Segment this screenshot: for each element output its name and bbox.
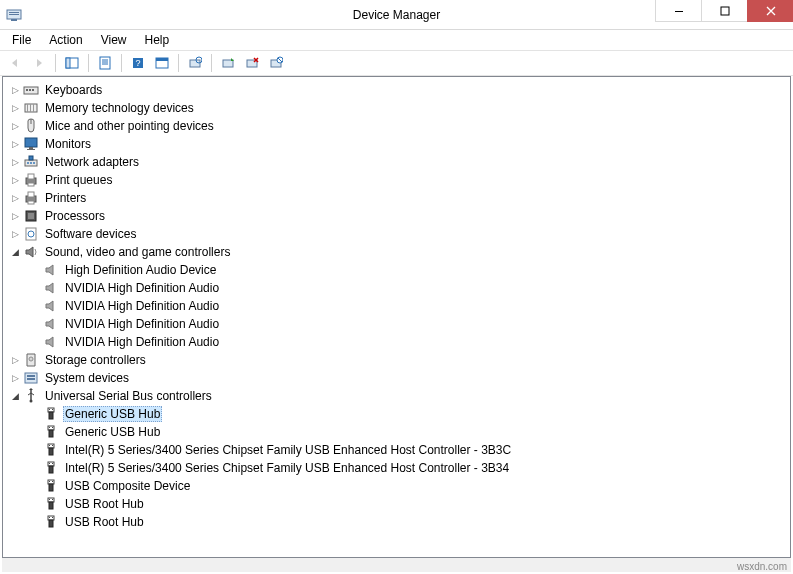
menu-view[interactable]: View xyxy=(93,31,135,49)
tree-category[interactable]: ▷Keyboards xyxy=(9,81,790,99)
svg-rect-28 xyxy=(27,104,28,112)
system-icon xyxy=(23,370,39,386)
usb-plug-icon xyxy=(43,424,59,440)
uninstall-button[interactable] xyxy=(241,52,263,74)
tree-category[interactable]: ◢Sound, video and game controllers xyxy=(9,243,790,261)
help-button[interactable]: ? xyxy=(127,52,149,74)
expand-icon[interactable]: ▷ xyxy=(9,120,21,132)
show-hide-tree-button[interactable] xyxy=(61,52,83,74)
expand-icon[interactable]: ▷ xyxy=(9,84,21,96)
svg-rect-57 xyxy=(49,409,50,410)
expand-icon[interactable]: ▷ xyxy=(9,138,21,150)
toolbar-separator xyxy=(178,54,179,72)
tree-item[interactable]: NVIDIA High Definition Audio xyxy=(29,315,790,333)
expand-icon[interactable]: ▷ xyxy=(9,174,21,186)
svg-rect-44 xyxy=(28,201,34,204)
tree-category[interactable]: ▷Storage controllers xyxy=(9,351,790,369)
tree-item-label: NVIDIA High Definition Audio xyxy=(63,316,221,332)
svg-rect-16 xyxy=(190,60,200,67)
maximize-button[interactable] xyxy=(701,0,747,22)
tree-item[interactable]: Intel(R) 5 Series/3400 Series Chipset Fa… xyxy=(29,459,790,477)
speaker-icon xyxy=(43,262,59,278)
expand-icon[interactable]: ▷ xyxy=(9,102,21,114)
tree-item-label: Generic USB Hub xyxy=(63,406,162,422)
update-driver-button[interactable] xyxy=(217,52,239,74)
svg-rect-71 xyxy=(48,480,54,484)
tree-category[interactable]: ▷System devices xyxy=(9,369,790,387)
forward-button[interactable] xyxy=(28,52,50,74)
close-button[interactable] xyxy=(747,0,793,22)
cpu-icon xyxy=(23,208,39,224)
tree-category[interactable]: ▷Monitors xyxy=(9,135,790,153)
back-button[interactable] xyxy=(4,52,26,74)
tree-item[interactable]: Generic USB Hub xyxy=(29,405,790,423)
tree-item[interactable]: NVIDIA High Definition Audio xyxy=(29,279,790,297)
tree-category[interactable]: ▷Printers xyxy=(9,189,790,207)
device-tree-panel[interactable]: ▷Keyboards▷Memory technology devices▷Mic… xyxy=(2,76,791,558)
svg-rect-77 xyxy=(49,499,50,500)
tree-item[interactable]: NVIDIA High Definition Audio xyxy=(29,333,790,351)
tree-item[interactable]: USB Composite Device xyxy=(29,477,790,495)
tree-item[interactable]: Generic USB Hub xyxy=(29,423,790,441)
action-button[interactable] xyxy=(151,52,173,74)
svg-rect-8 xyxy=(100,57,110,69)
collapse-icon[interactable]: ◢ xyxy=(9,390,21,402)
expand-icon[interactable]: ▷ xyxy=(9,156,21,168)
menu-file[interactable]: File xyxy=(4,31,39,49)
speaker-icon xyxy=(43,280,59,296)
tree-item[interactable]: Intel(R) 5 Series/3400 Series Chipset Fa… xyxy=(29,441,790,459)
expand-icon[interactable]: ▷ xyxy=(9,192,21,204)
scan-hardware-button[interactable] xyxy=(184,52,206,74)
collapse-icon[interactable]: ◢ xyxy=(9,246,21,258)
svg-rect-18 xyxy=(223,60,233,67)
svg-point-54 xyxy=(30,400,33,403)
tree-category[interactable]: ▷Network adapters xyxy=(9,153,790,171)
menu-action[interactable]: Action xyxy=(41,31,90,49)
svg-rect-60 xyxy=(49,430,53,437)
tree-category[interactable]: ▷Mice and other pointing devices xyxy=(9,117,790,135)
tree-item-label: High Definition Audio Device xyxy=(63,262,218,278)
tree-children: High Definition Audio DeviceNVIDIA High … xyxy=(9,261,790,351)
expand-icon[interactable]: ▷ xyxy=(9,354,21,366)
properties-button[interactable] xyxy=(94,52,116,74)
tree-category-label: Universal Serial Bus controllers xyxy=(43,388,214,404)
expand-icon[interactable]: ▷ xyxy=(9,210,21,222)
expand-icon[interactable]: ▷ xyxy=(9,228,21,240)
expand-icon[interactable]: ▷ xyxy=(9,372,21,384)
svg-rect-41 xyxy=(28,183,34,186)
tree-item[interactable]: USB Root Hub xyxy=(29,513,790,531)
keyboard-icon xyxy=(23,82,39,98)
svg-point-36 xyxy=(30,162,32,164)
minimize-button[interactable] xyxy=(655,0,701,22)
monitor-icon xyxy=(23,136,39,152)
svg-rect-59 xyxy=(48,426,54,430)
tree-category[interactable]: ◢Universal Serial Bus controllers xyxy=(9,387,790,405)
svg-rect-61 xyxy=(49,427,50,428)
tree-item[interactable]: USB Root Hub xyxy=(29,495,790,513)
svg-rect-68 xyxy=(49,466,53,473)
svg-rect-75 xyxy=(48,498,54,502)
tree-category[interactable]: ▷Print queues xyxy=(9,171,790,189)
statusbar xyxy=(2,558,791,572)
tree-category[interactable]: ▷Software devices xyxy=(9,225,790,243)
disable-button[interactable] xyxy=(265,52,287,74)
svg-rect-40 xyxy=(28,174,34,179)
tree-category-label: Mice and other pointing devices xyxy=(43,118,216,134)
tree-item[interactable]: High Definition Audio Device xyxy=(29,261,790,279)
network-icon xyxy=(23,154,39,170)
storage-icon xyxy=(23,352,39,368)
usb-icon xyxy=(23,388,39,404)
svg-rect-30 xyxy=(33,104,34,112)
svg-rect-62 xyxy=(52,427,53,428)
window-controls xyxy=(655,0,793,22)
toolbar: ? xyxy=(0,50,793,76)
software-icon xyxy=(23,226,39,242)
svg-text:?: ? xyxy=(135,58,140,68)
menu-help[interactable]: Help xyxy=(137,31,178,49)
tree-item[interactable]: NVIDIA High Definition Audio xyxy=(29,297,790,315)
tree-category-label: System devices xyxy=(43,370,131,386)
tree-category[interactable]: ▷Processors xyxy=(9,207,790,225)
svg-rect-1 xyxy=(9,12,19,13)
tree-category[interactable]: ▷Memory technology devices xyxy=(9,99,790,117)
toolbar-separator xyxy=(121,54,122,72)
